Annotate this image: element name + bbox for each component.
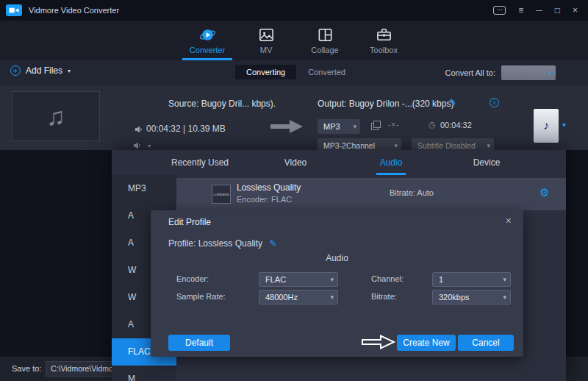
maximize-icon[interactable]: □ — [555, 6, 560, 15]
output-thumbnail: ♪ — [534, 109, 559, 143]
music-note-icon: ♫ — [46, 102, 65, 131]
lossless-badge-icon: LOSSLESS — [212, 185, 231, 204]
profile-title: Lossless Quality — [237, 182, 301, 193]
convert-all-label: Convert All to: — [445, 68, 495, 77]
format-select[interactable]: MP3 ▾ — [318, 119, 360, 134]
annotation-arrow-icon — [361, 333, 396, 351]
app-logo-icon — [6, 4, 22, 16]
convert-all-select[interactable]: ▾ — [501, 65, 556, 80]
speaker-icon — [135, 125, 143, 134]
caret-down-icon: ▾ — [330, 273, 334, 286]
toolbar: + Add Files ▾ Converting Converted Conve… — [0, 60, 588, 85]
plus-icon: + — [10, 65, 21, 76]
output-title: Output: Bugoy Drilon -...(320 kbps) — [318, 99, 453, 109]
channel-value: MP3-2Channel — [323, 141, 375, 150]
add-files-label: Add Files — [26, 65, 62, 76]
window-controls: ⋯ ≡ ─ □ × — [493, 6, 578, 15]
cut-icon[interactable]: -×- — [388, 121, 400, 129]
sidebar-item-mp3[interactable]: MP3 — [112, 175, 176, 202]
encoder-label: Encoder: — [176, 274, 209, 283]
tab-collage-label: Collage — [311, 46, 338, 54]
bitrate-value: 320kbps — [439, 293, 470, 302]
caret-down-icon: ▾ — [503, 273, 506, 286]
caret-down-icon: ▾ — [503, 291, 506, 304]
gear-icon[interactable]: ⚙ — [539, 186, 549, 199]
converter-play-icon — [199, 26, 216, 43]
tab-device[interactable]: Device — [439, 150, 534, 175]
dialog-profile-name: Profile: Lossless Quality ✎ — [168, 238, 276, 249]
default-button[interactable]: Default — [168, 335, 230, 351]
tab-mv-label: MV — [260, 46, 273, 54]
source-thumbnail: ♫ — [12, 91, 100, 141]
convert-state-tabs: Converting Converted — [235, 65, 345, 79]
tab-converter[interactable]: Converter — [178, 21, 237, 60]
channel-select-dialog[interactable]: 1 ▾ — [432, 272, 511, 287]
app-title: Vidmore Video Converter — [29, 6, 119, 15]
merge-icon[interactable] — [371, 121, 380, 129]
toolbox-icon — [376, 26, 392, 43]
minimize-icon[interactable]: ─ — [536, 6, 542, 15]
feedback-icon[interactable]: ⋯ — [493, 6, 506, 15]
encoder-value: FLAC — [265, 275, 286, 284]
tab-toolbox-label: Toolbox — [370, 46, 398, 54]
nav-tabs: Converter MV Collage — [178, 21, 413, 60]
create-new-button[interactable]: Create New — [397, 335, 456, 351]
profile-popup: Recently Used Video Audio Device MP3 A A… — [112, 150, 566, 381]
collage-grid-icon — [317, 26, 334, 43]
sample-rate-select[interactable]: 48000Hz ▾ — [259, 290, 338, 305]
format-value: MP3 — [323, 122, 340, 131]
output-duration: 00:04:32 — [440, 121, 472, 129]
sample-rate-value: 48000Hz — [265, 293, 298, 302]
main-nav: Converter MV Collage — [0, 21, 588, 60]
tab-video[interactable]: Video — [248, 150, 343, 175]
convert-all-group: Convert All to: ▾ — [445, 65, 556, 80]
tab-converting[interactable]: Converting — [235, 65, 296, 79]
audio-section-label: Audio — [151, 253, 523, 263]
output-thumb-caret-icon[interactable]: ▾ — [562, 121, 566, 129]
output-info-icon[interactable]: i — [490, 98, 499, 107]
close-icon[interactable]: × — [573, 6, 578, 15]
edit-profile-dialog: Edit Profile × Profile: Lossless Quality… — [151, 210, 523, 357]
sidebar-item[interactable]: M — [112, 366, 176, 381]
channel-label: Channel: — [371, 274, 404, 283]
encoder-select[interactable]: FLAC ▾ — [259, 272, 338, 287]
bitrate-label: Bitrate: — [371, 292, 397, 301]
tab-converted[interactable]: Converted — [308, 68, 345, 76]
add-files-button[interactable]: + Add Files ▾ — [10, 65, 71, 76]
chevron-down-icon[interactable]: ▾ — [148, 143, 151, 149]
edit-output-icon[interactable]: ✎ — [449, 97, 456, 107]
mv-image-icon — [258, 26, 275, 43]
dialog-close-icon[interactable]: × — [506, 215, 512, 227]
convert-arrow-icon — [269, 118, 304, 135]
profile-bitrate: Bitrate: Auto — [390, 188, 434, 197]
clock-icon: ◷ — [429, 120, 436, 129]
source-mini-controls: ▾ — [133, 141, 151, 150]
file-row: ♫ Source: Bugoy Dril... kbps). i 00:04:3… — [0, 85, 588, 150]
source-info-icon[interactable]: i — [222, 98, 224, 107]
dialog-profile-label: Profile: Lossless Quality — [168, 238, 262, 249]
profile-row-lossless[interactable]: LOSSLESS Lossless Quality Encoder: FLAC … — [176, 178, 566, 210]
profile-encoder: Encoder: FLAC — [237, 195, 292, 204]
subtitle-value: Subtitle Disabled — [417, 141, 476, 150]
tab-collage[interactable]: Collage — [295, 21, 354, 60]
titlebar: Vidmore Video Converter ⋯ ≡ ─ □ × — [0, 0, 588, 21]
caret-down-icon: ▾ — [548, 69, 552, 76]
profile-popup-tabs: Recently Used Video Audio Device — [152, 150, 534, 175]
tab-recently-used[interactable]: Recently Used — [152, 150, 248, 175]
tab-toolbox[interactable]: Toolbox — [354, 21, 413, 60]
source-duration-size: 00:04:32 | 10.39 MB — [146, 124, 226, 134]
rename-profile-icon[interactable]: ✎ — [269, 238, 276, 249]
lossless-badge-text: LOSSLESS — [214, 193, 229, 196]
tab-converter-label: Converter — [190, 46, 225, 54]
volume-icon[interactable] — [133, 141, 142, 150]
tab-audio[interactable]: Audio — [343, 150, 439, 175]
save-to-label: Save to: — [12, 364, 41, 373]
sample-rate-label: Sample Rate: — [176, 292, 226, 301]
channel-value-dialog: 1 — [439, 275, 443, 284]
cancel-button[interactable]: Cancel — [458, 335, 514, 351]
add-files-caret-icon: ▾ — [68, 68, 71, 74]
menu-icon[interactable]: ≡ — [518, 6, 523, 15]
tab-mv[interactable]: MV — [237, 21, 295, 60]
bitrate-select[interactable]: 320kbps ▾ — [432, 290, 511, 305]
caret-down-icon: ▾ — [330, 291, 334, 304]
